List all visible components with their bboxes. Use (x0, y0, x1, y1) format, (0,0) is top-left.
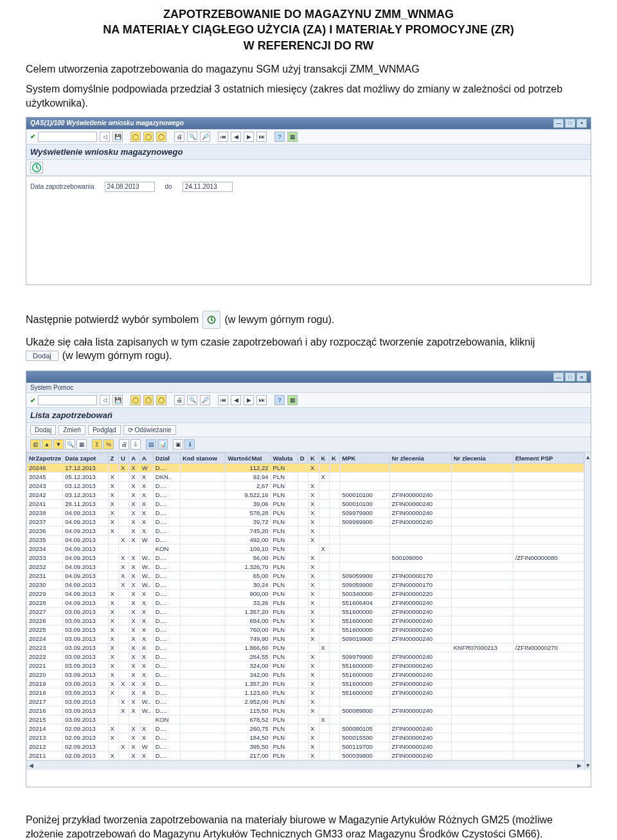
scroll-down-icon[interactable]: ▼ (585, 762, 591, 769)
command-input[interactable] (38, 395, 97, 405)
alv-details-icon[interactable]: ▥ (30, 439, 40, 450)
table-row[interactable]: 2022703.09.2013XXXD....1.357,20PLNX55160… (27, 608, 584, 617)
table-header[interactable]: Kod stanow (180, 453, 225, 464)
find-icon[interactable]: 🔍 (187, 395, 197, 405)
table-header[interactable]: U (118, 453, 129, 464)
enter-icon[interactable]: ✔ (30, 397, 35, 404)
print-icon[interactable]: 🖨 (174, 395, 184, 405)
alv-sort-desc-icon[interactable]: ▼ (53, 439, 64, 450)
table-row[interactable]: 2024203.12.2013XXXD....9.522,16PLNX50001… (27, 491, 584, 500)
table-header[interactable]: D (298, 453, 308, 464)
alv-info-icon[interactable]: ℹ (184, 439, 195, 450)
table-header[interactable]: K (329, 453, 339, 464)
table-row[interactable]: 2024505.12.2013XXXDKN..92,94PLNX (27, 473, 584, 482)
alv-graphic-icon[interactable]: 📊 (157, 439, 168, 450)
table-row[interactable]: 2021903.09.2013XXXXD....1.357,20PLNX5516… (27, 679, 584, 688)
find-next-icon[interactable]: 🔎 (200, 132, 210, 142)
first-page-icon[interactable]: ⏮ (218, 132, 228, 142)
enter-icon[interactable]: ✔ (30, 133, 35, 140)
table-header[interactable]: Nr zlecenia (451, 453, 513, 464)
sap-menu-bar[interactable]: System Pomoc (26, 383, 591, 392)
table-header[interactable]: Data zapot (63, 453, 108, 464)
alv-sort-asc-icon[interactable]: ▲ (42, 439, 52, 450)
print-icon[interactable]: 🖨 (174, 132, 184, 142)
save-icon[interactable]: 💾 (112, 132, 123, 142)
find-icon[interactable]: 🔍 (187, 132, 197, 142)
table-row[interactable]: 2022403.09.2013XXXD....749,90PLNX5090199… (27, 634, 584, 643)
table-header[interactable]: NrZapotrze (27, 453, 63, 464)
table-row[interactable]: 2022003.09.2013XXXD....342,00PLNX5516000… (27, 670, 584, 679)
scroll-up-icon[interactable]: ▲ (585, 454, 591, 460)
alv-sum-icon[interactable]: Σ (92, 439, 102, 450)
prev-page-icon[interactable]: ◀ (231, 395, 241, 405)
horizontal-scrollbar[interactable]: ◀ ▶ (26, 760, 584, 770)
alv-layout-icon[interactable]: ▤ (146, 439, 156, 450)
table-header[interactable]: K (319, 453, 329, 464)
window-close-icon[interactable]: × (577, 372, 587, 381)
input-date-to[interactable]: 24.11.2013 (183, 182, 233, 192)
alv-export-icon[interactable]: ⇩ (130, 439, 141, 450)
scroll-left-icon[interactable]: ◀ (29, 762, 33, 769)
help-icon[interactable]: ? (274, 132, 285, 142)
table-header[interactable]: A (129, 453, 139, 464)
prev-page-icon[interactable]: ◀ (231, 132, 241, 142)
table-row[interactable]: 2022904.09.2013XXXD....900,00PLNX5003400… (27, 590, 584, 599)
help-icon[interactable]: ? (274, 395, 285, 405)
table-row[interactable]: 2023504.09.2013XXWD....492,00PLNX (27, 536, 584, 545)
table-row[interactable]: 2022804.09.2013XXXD....33,26PLNX55160640… (27, 599, 584, 608)
next-page-icon[interactable]: ▶ (244, 132, 254, 142)
nav-cancel-icon[interactable]: ◯ (156, 395, 166, 405)
podglad-button[interactable]: Podgląd (88, 425, 121, 435)
back-icon[interactable]: ◁ (100, 132, 110, 142)
table-row[interactable]: 2022603.09.2013XXXD....684,00PLNX5516000… (27, 617, 584, 626)
layout-icon[interactable]: ▦ (287, 395, 298, 405)
table-row[interactable]: 2022303.09.2013XXXD....1.866,80PLNXKNFR0… (27, 643, 584, 652)
back-icon[interactable]: ◁ (100, 395, 110, 405)
table-row[interactable]: 2024128.11.2013XXXD....39,06PLNX50001010… (27, 500, 584, 509)
table-row[interactable]: 2021302.09.2013XXXD....184,50PLNX5000155… (27, 733, 584, 742)
table-row[interactable]: 2021703.09.2013XXW..D....2.952,00PLNX (27, 697, 584, 706)
save-icon[interactable]: 💾 (112, 395, 123, 405)
last-page-icon[interactable]: ⏭ (256, 395, 267, 405)
table-row[interactable]: 2023004.09.2013XXW..D....30,24PLNX509059… (27, 581, 584, 590)
nav-exit-icon[interactable]: ◯ (143, 395, 154, 405)
table-row[interactable]: 2022503.09.2013XXXD....760,00PLNX5516000… (27, 626, 584, 634)
window-minimize-icon[interactable]: — (553, 119, 564, 128)
next-page-icon[interactable]: ▶ (244, 395, 254, 405)
alv-find-icon[interactable]: 🔍 (65, 439, 75, 450)
table-row[interactable]: 2023404.09.2013KON109,10PLNX (27, 545, 584, 554)
table-header[interactable]: A (139, 453, 153, 464)
table-header[interactable]: K (308, 453, 319, 464)
dodaj-button[interactable]: Dodaj (30, 425, 56, 435)
table-row[interactable]: 2022103.09.2013XXXD....324,00PLNX5516000… (27, 661, 584, 670)
nav-cancel-icon[interactable]: ◯ (156, 132, 166, 142)
table-header[interactable]: Z (108, 453, 118, 464)
table-row[interactable]: 2023804.09.2013XXXD....578,28PLNX5099799… (27, 509, 584, 518)
find-next-icon[interactable]: 🔎 (200, 395, 210, 405)
alv-filter-icon[interactable]: ▦ (76, 439, 87, 450)
table-row[interactable]: 2024617.12.2013XXWD....112,22PLNX (27, 464, 584, 473)
table-header[interactable]: MPK (340, 453, 389, 464)
execute-icon[interactable] (30, 162, 43, 173)
window-maximize-icon[interactable]: □ (565, 119, 575, 128)
last-page-icon[interactable]: ⏭ (256, 132, 267, 142)
table-header[interactable]: Waluta (271, 453, 298, 464)
input-date-from[interactable]: 24.08.2013 (105, 182, 155, 192)
table-row[interactable]: 2021803.09.2013XXXD....1.123,60PLNX55160… (27, 688, 584, 697)
window-maximize-icon[interactable]: □ (565, 372, 575, 381)
table-row[interactable]: 2024303.12.2013XXXD....2,67PLNX (27, 482, 584, 491)
vertical-scrollbar[interactable]: ▲ ▼ (584, 453, 591, 770)
alv-subtotal-icon[interactable]: % (103, 439, 114, 450)
scroll-right-icon[interactable]: ▶ (577, 762, 582, 769)
table-row[interactable]: 2023704.09.2013XXXD....39,72PLNX50999990… (27, 518, 584, 527)
table-row[interactable]: 2021503.09.2013KON678,52PLNX (27, 715, 584, 724)
alv-print-icon[interactable]: 🖨 (119, 439, 129, 450)
odswiez-button[interactable]: ⟳ Odświeżanie (123, 425, 176, 435)
alv-select-icon[interactable]: ▣ (173, 439, 183, 450)
table-row[interactable]: 2023604.09.2013XXXD....745,20PLNX (27, 527, 584, 536)
table-header[interactable]: WartośćMat (226, 453, 271, 464)
nav-back-icon[interactable]: ◯ (130, 132, 141, 142)
table-header[interactable]: Element PSP (513, 453, 584, 464)
zmien-button[interactable]: Zmień (58, 425, 85, 435)
table-row[interactable]: 2023204.09.2013XXW..D....1.326,70PLNX (27, 563, 584, 572)
